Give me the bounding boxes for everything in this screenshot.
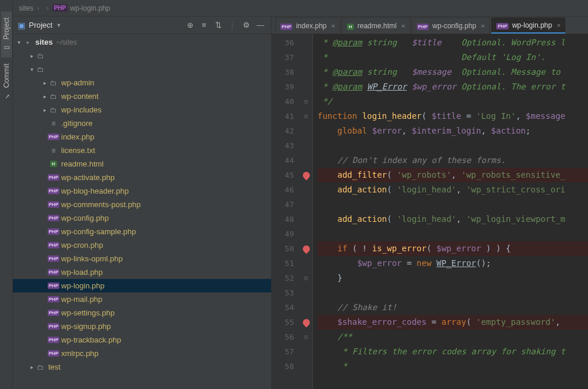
editor-tab[interactable]: PHP wp-login.php × — [491, 17, 566, 34]
tree-file[interactable]: ▸ PHP wp-load.php — [13, 265, 271, 279]
chevron-down-icon[interactable]: ▾ — [15, 39, 22, 45]
code-line[interactable]: add_filter( 'wp_robots', 'wp_robots_sens… — [318, 168, 588, 182]
tree-file[interactable]: ▸ H readme.html — [13, 157, 271, 171]
chevron-right-icon[interactable]: ▸ — [41, 80, 48, 86]
gutter-cell[interactable] — [300, 212, 312, 227]
code-line[interactable]: * Default 'Log In'. — [318, 50, 588, 65]
gutter-cell[interactable] — [300, 79, 312, 94]
tree-folder[interactable]: ▾ 🗀 — [13, 62, 271, 76]
tree-file[interactable]: ▸ PHP wp-blog-header.php — [13, 184, 271, 198]
gutter-cell[interactable] — [300, 315, 312, 330]
tree-file[interactable]: ▸ PHP wp-comments-post.php — [13, 198, 271, 211]
code-line[interactable]: } — [318, 271, 588, 285]
tree-file[interactable]: ▸ PHP wp-config-sample.php — [13, 225, 271, 238]
close-icon[interactable]: × — [332, 22, 335, 29]
tree-file[interactable]: ▸ PHP wp-activate.php — [13, 171, 271, 184]
tree-file[interactable]: ▸ PHP wp-settings.php — [13, 306, 271, 320]
gutter-cell[interactable] — [300, 153, 312, 168]
breakpoint-icon[interactable] — [301, 317, 311, 327]
breadcrumb-file[interactable]: wp-login.php — [70, 4, 110, 12]
code-editor[interactable]: 3637383940414243444546474849505152535455… — [272, 34, 588, 389]
tree-file[interactable]: ▸ PHP index.php — [13, 130, 271, 144]
code-line[interactable]: /** — [318, 330, 588, 344]
chevron-right-icon[interactable]: ▸ — [41, 94, 48, 99]
fold-icon[interactable]: ⊟ — [304, 334, 308, 340]
gutter-cell[interactable] — [300, 344, 312, 359]
code-line[interactable]: add_action( 'login_head', 'wp_login_view… — [318, 212, 588, 227]
expand-all-button[interactable]: ≡ — [198, 19, 210, 31]
code-line[interactable] — [318, 227, 588, 241]
gear-icon[interactable]: ⚙ — [240, 19, 252, 31]
editor-tab[interactable]: H readme.html × — [342, 17, 410, 34]
fold-icon[interactable]: ⊟ — [304, 275, 308, 281]
code-line[interactable]: // Shake it! — [318, 300, 588, 315]
gutter-cell[interactable] — [300, 35, 312, 50]
tree-file[interactable]: ▸ PHP wp-cron.php — [13, 238, 271, 252]
chevron-right-icon[interactable]: ▸ — [28, 364, 35, 370]
tree-folder[interactable]: ▸ 🗀 wp-includes — [13, 103, 271, 117]
tree-file[interactable]: ▸ PHP wp-links-opml.php — [13, 252, 271, 265]
code-line[interactable]: $shake_error_codes = array( 'empty_passw… — [318, 315, 588, 330]
code-line[interactable] — [318, 285, 588, 300]
code-line[interactable]: * @param WP_Error $wp_error Optional. Th… — [318, 79, 588, 94]
gutter-cell[interactable] — [300, 182, 312, 197]
fold-icon[interactable]: ⊟ — [304, 98, 308, 105]
project-tree[interactable]: ▾ ▪ sites ~/sites ▸ 🗀 ▾ 🗀 ▸ 🗀 wp-admin ▸… — [13, 34, 271, 389]
code-line[interactable]: * Filters the error codes array for shak… — [318, 344, 588, 359]
code-line[interactable]: add_action( 'login_head', 'wp_strict_cro… — [318, 182, 588, 197]
gutter-cell[interactable] — [300, 124, 312, 138]
breakpoint-icon[interactable] — [301, 244, 311, 254]
tree-folder[interactable]: ▸ 🗀 wp-content — [13, 89, 271, 103]
gutter-cell[interactable] — [300, 197, 312, 212]
close-icon[interactable]: × — [481, 22, 485, 29]
code-area[interactable]: * @param string $title Optional. WordPre… — [313, 34, 588, 389]
gutter-cell[interactable]: ⊟ — [300, 271, 312, 285]
tree-file[interactable]: ▸ ≡ .gitignore — [13, 117, 271, 130]
chevron-right-icon[interactable]: ▸ — [41, 107, 48, 113]
tree-file[interactable]: ▸ PHP xmlrpc.php — [13, 347, 271, 360]
code-line[interactable]: $wp_error = new WP_Error(); — [318, 256, 588, 271]
tree-folder[interactable]: ▸ 🗀 wp-admin — [13, 76, 271, 89]
breadcrumb-root[interactable]: sites — [19, 4, 34, 12]
breakpoint-icon[interactable] — [301, 170, 311, 180]
editor-tab[interactable]: PHP wp-config.php × — [412, 17, 490, 34]
code-line[interactable]: * @param string $message Optional. Messa… — [318, 65, 588, 79]
tree-folder[interactable]: ▸ 🗀 test — [13, 360, 271, 374]
editor-tab[interactable]: PHP index.php × — [275, 17, 340, 34]
tree-file[interactable]: ▸ ≡ license.txt — [13, 144, 271, 157]
code-line[interactable] — [318, 138, 588, 153]
gutter-cell[interactable] — [300, 359, 312, 374]
chevron-down-icon[interactable]: ▼ — [56, 22, 61, 28]
gutter-cell[interactable] — [300, 168, 312, 182]
tree-folder[interactable]: ▸ 🗀 — [13, 49, 271, 62]
rail-tab-commit[interactable]: ✓ Commit — [1, 58, 12, 106]
code-line[interactable]: global $error, $interim_login, $action; — [318, 124, 588, 138]
gutter-cell[interactable] — [300, 138, 312, 153]
close-icon[interactable]: × — [557, 22, 560, 29]
code-line[interactable]: * @param string $title Optional. WordPre… — [318, 35, 588, 50]
collapse-all-button[interactable]: ⇅ — [212, 19, 224, 31]
gutter-cell[interactable] — [300, 285, 312, 300]
tree-root[interactable]: ▾ ▪ sites ~/sites — [13, 35, 271, 49]
close-icon[interactable]: × — [401, 22, 405, 29]
chevron-right-icon[interactable]: ▸ — [28, 53, 35, 59]
hide-button[interactable]: — — [255, 19, 266, 31]
gutter-cell[interactable] — [300, 256, 312, 271]
code-line[interactable]: * — [318, 359, 588, 374]
marker-gutter[interactable]: ⊟⊟⊟⊟ — [300, 34, 313, 389]
code-line[interactable]: */ — [318, 94, 588, 109]
rail-tab-project[interactable]: ▭ Project — [1, 12, 12, 58]
gutter-cell[interactable] — [300, 65, 312, 79]
chevron-down-icon[interactable]: ▾ — [28, 67, 35, 72]
code-line[interactable]: function login_header( $title = 'Log In'… — [318, 109, 588, 124]
tree-file[interactable]: ▸ PHP wp-signup.php — [13, 320, 271, 333]
tree-file[interactable]: ▸ PHP wp-config.php — [13, 211, 271, 225]
gutter-cell[interactable]: ⊟ — [300, 330, 312, 344]
locate-button[interactable]: ⊕ — [184, 19, 196, 31]
tree-file[interactable]: ▸ PHP wp-trackback.php — [13, 333, 271, 347]
gutter-cell[interactable] — [300, 227, 312, 241]
fold-icon[interactable]: ⊟ — [304, 113, 308, 119]
gutter-cell[interactable] — [300, 241, 312, 256]
code-line[interactable]: if ( ! is_wp_error( $wp_error ) ) { — [318, 241, 588, 256]
code-line[interactable] — [318, 197, 588, 212]
